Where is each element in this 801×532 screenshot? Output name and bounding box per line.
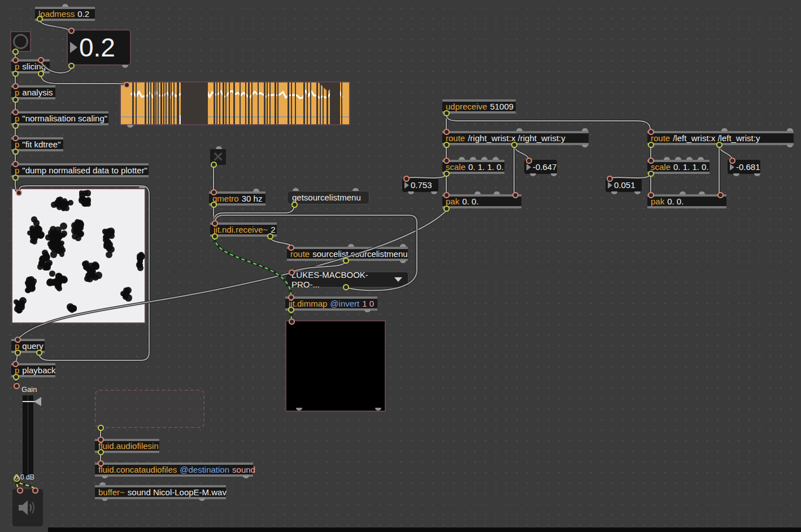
waveform-slice-marker — [310, 82, 311, 124]
object-fluid-concataudiofiles[interactable]: fluid.concataudiofiles@destinationsound — [95, 463, 253, 477]
inlet-port[interactable] — [124, 82, 130, 88]
object-scale-left[interactable]: scale0. 1. 1. 0. — [647, 160, 709, 174]
inlet-port[interactable] — [443, 129, 450, 135]
outlet-port[interactable] — [343, 284, 349, 290]
jit-pwindow-video[interactable] — [285, 320, 386, 412]
inlet-port[interactable] — [289, 319, 295, 325]
object-p-fit-kdtree[interactable]: p"fit kdtree" — [11, 137, 63, 151]
outlet-port[interactable] — [38, 71, 44, 77]
object-pak-left[interactable]: pak0. 0. — [647, 194, 726, 208]
outlet-port[interactable] — [212, 233, 218, 239]
inlet-port[interactable] — [648, 192, 654, 198]
gain-slider[interactable] — [23, 395, 42, 479]
object-pak-right[interactable]: pak0. 0. — [442, 194, 521, 208]
outlet-port[interactable] — [267, 233, 273, 239]
inlet-port[interactable] — [16, 190, 22, 196]
outlet-port[interactable] — [443, 206, 450, 212]
outlet-port[interactable] — [443, 142, 450, 148]
ezdac-speaker-button[interactable] — [12, 489, 43, 526]
outlet-port[interactable] — [36, 350, 42, 356]
inlet-port[interactable] — [403, 176, 410, 182]
outlet-port[interactable] — [211, 162, 217, 168]
outlet-port[interactable] — [98, 449, 104, 455]
message-getsourcelistmenu[interactable]: getsourcelistmenu — [287, 191, 369, 204]
outlet-port[interactable] — [443, 171, 450, 177]
outlet-port[interactable] — [12, 175, 19, 181]
object-udpreceive[interactable]: udpreceive51009 — [442, 99, 516, 114]
inlet-port[interactable] — [211, 189, 217, 195]
inlet-port[interactable] — [12, 361, 19, 367]
inlet-port[interactable] — [32, 487, 38, 494]
inlet-port[interactable] — [15, 337, 21, 343]
outlet-port[interactable] — [343, 258, 349, 264]
waveform-slice-marker — [219, 82, 220, 124]
scatter-plotter[interactable] — [11, 188, 146, 324]
outlet-port[interactable] — [12, 49, 19, 55]
port-bump — [352, 188, 359, 191]
inlet-port[interactable] — [526, 158, 532, 164]
outlet-port[interactable] — [288, 307, 294, 313]
inlet-port[interactable] — [68, 28, 75, 34]
inlet-port[interactable] — [717, 192, 724, 198]
inlet-port[interactable] — [648, 129, 654, 135]
inlet-port[interactable] — [512, 192, 519, 198]
inlet-port[interactable] — [607, 176, 613, 182]
waveform-slice-marker — [269, 82, 271, 124]
object-p-dump[interactable]: p"dump normalised data to plotter" — [11, 163, 149, 177]
inlet-port[interactable] — [17, 487, 23, 494]
slider-thumb[interactable] — [23, 401, 35, 402]
object-fluid-audiofilesin[interactable]: fluid.audiofilesin — [95, 439, 159, 453]
inlet-port[interactable] — [729, 158, 735, 164]
inlet-port[interactable] — [98, 437, 104, 443]
number-value: -0.681 — [736, 162, 760, 172]
inlet-port[interactable] — [12, 135, 19, 141]
inlet-port[interactable] — [648, 158, 654, 164]
port-bump — [721, 128, 728, 131]
inlet-port[interactable] — [12, 109, 19, 115]
inlet-port[interactable] — [443, 158, 450, 164]
inlet-port[interactable] — [12, 57, 19, 63]
inlet-port[interactable] — [12, 83, 19, 89]
object-qmetro[interactable]: qmetro30 hz — [209, 191, 265, 206]
outlet-port[interactable] — [98, 425, 104, 431]
outlet-port[interactable] — [12, 97, 19, 103]
inlet-port[interactable] — [288, 294, 294, 300]
outlet-port[interactable] — [12, 149, 19, 155]
number-box-main[interactable]: 0.2 — [67, 29, 131, 66]
outlet-port[interactable] — [12, 71, 19, 77]
inlet-port[interactable] — [12, 161, 19, 167]
outlet-port[interactable] — [648, 142, 654, 148]
object-p-normalisation[interactable]: p"normalisation scaling" — [11, 111, 108, 125]
port-bump — [686, 157, 693, 160]
outlet-port[interactable] — [37, 16, 43, 22]
max-patcher-canvas[interactable]: loadmess0.2 0.2 pslicing panalysis p"nor… — [0, 0, 801, 532]
outlet-port[interactable] — [648, 171, 654, 177]
outlet-port[interactable] — [291, 202, 298, 208]
inlet-port[interactable] — [212, 220, 218, 226]
outlet-port[interactable] — [15, 350, 21, 356]
inlet-port[interactable] — [288, 245, 294, 251]
outlet-port[interactable] — [68, 63, 75, 69]
inlet-port[interactable] — [98, 460, 104, 466]
object-buffer[interactable]: buffer~sound Nicol-LoopE-M.wav — [95, 485, 226, 499]
inlet-port[interactable] — [14, 383, 20, 389]
object-loadmess[interactable]: loadmess0.2 — [35, 7, 95, 21]
outlet-port[interactable] — [511, 142, 517, 148]
outlet-port[interactable] — [211, 202, 217, 208]
dropfile-area[interactable] — [95, 390, 204, 428]
inlet-port[interactable] — [38, 57, 44, 63]
inlet-port[interactable] — [289, 269, 295, 276]
outlet-port[interactable] — [443, 110, 450, 116]
outlet-port[interactable] — [13, 374, 19, 380]
outlet-port[interactable] — [716, 142, 722, 148]
object-scale-right[interactable]: scale0. 1. 1. 0. — [442, 160, 504, 174]
outlet-port[interactable] — [12, 123, 19, 129]
scatter-point — [43, 265, 49, 271]
waveform-slice-marker — [171, 82, 172, 124]
object-jit-ndi-receive[interactable]: jit.ndi.receive~2 — [210, 223, 277, 237]
object-jit-dimmap[interactable]: jit.dimmap@invert1 0 — [285, 296, 377, 311]
inlet-port[interactable] — [443, 192, 450, 198]
waveform-display[interactable] — [120, 81, 350, 125]
patch-cord — [407, 174, 446, 178]
waveform-slice-marker — [233, 82, 235, 124]
